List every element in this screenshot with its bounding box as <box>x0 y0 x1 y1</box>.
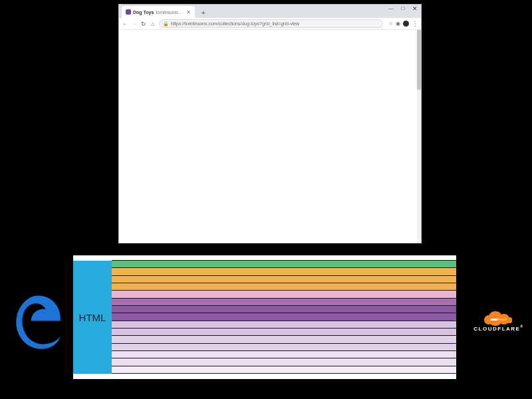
tab-close-icon[interactable]: ✕ <box>186 9 191 15</box>
back-button[interactable]: ← <box>122 21 128 27</box>
cloudflare-cloud-icon <box>484 310 513 323</box>
edge-logo-icon <box>13 293 63 351</box>
html-root-label: HTML <box>79 312 106 323</box>
html-resource-diagram: HTML <box>73 255 456 379</box>
toolbar-right: ☆ ◉ ⋮ <box>388 21 418 27</box>
scrollbar-thumb[interactable] <box>417 30 421 90</box>
tab-title: Dog Toys <box>133 10 154 15</box>
browser-window: — □ ✕ Dog Toys tomlinsons-feed ✕ + ← → ↻… <box>118 4 422 243</box>
url-text: https://tomlinsons.com/collections/dog-t… <box>171 21 299 26</box>
browser-tab[interactable]: Dog Toys tomlinsons-feed ✕ <box>122 6 195 18</box>
html-root-block: HTML <box>73 261 112 374</box>
window-maximize-button[interactable]: □ <box>397 5 409 13</box>
browser-toolbar: ← → ↻ ⌂ 🔒 https://tomlinsons.com/collect… <box>119 18 421 30</box>
window-minimize-button[interactable]: — <box>385 5 397 13</box>
window-controls: — □ ✕ <box>385 5 421 13</box>
home-button[interactable]: ⌂ <box>150 21 156 27</box>
resource-rows <box>112 261 456 374</box>
page-viewport <box>119 30 421 243</box>
bookmark-star-icon[interactable]: ☆ <box>388 21 393 27</box>
tab-favicon-icon <box>126 9 131 15</box>
lock-icon: 🔒 <box>163 21 169 27</box>
browser-menu-icon[interactable]: ⋮ <box>412 21 418 27</box>
forward-button[interactable]: → <box>131 21 138 27</box>
resource-row <box>112 366 456 374</box>
cloudflare-logo: CLOUDFLARE® <box>462 310 532 332</box>
address-bar[interactable]: 🔒 https://tomlinsons.com/collections/dog… <box>159 19 383 28</box>
window-close-button[interactable]: ✕ <box>409 5 421 13</box>
extension-icon[interactable]: ◉ <box>396 21 400 27</box>
profile-avatar[interactable] <box>403 21 409 27</box>
new-tab-button[interactable]: + <box>199 9 208 18</box>
reload-button[interactable]: ↻ <box>140 21 147 27</box>
tab-bar: Dog Toys tomlinsons-feed ✕ + <box>119 5 421 18</box>
tab-subtitle: tomlinsons-feed <box>156 10 184 15</box>
